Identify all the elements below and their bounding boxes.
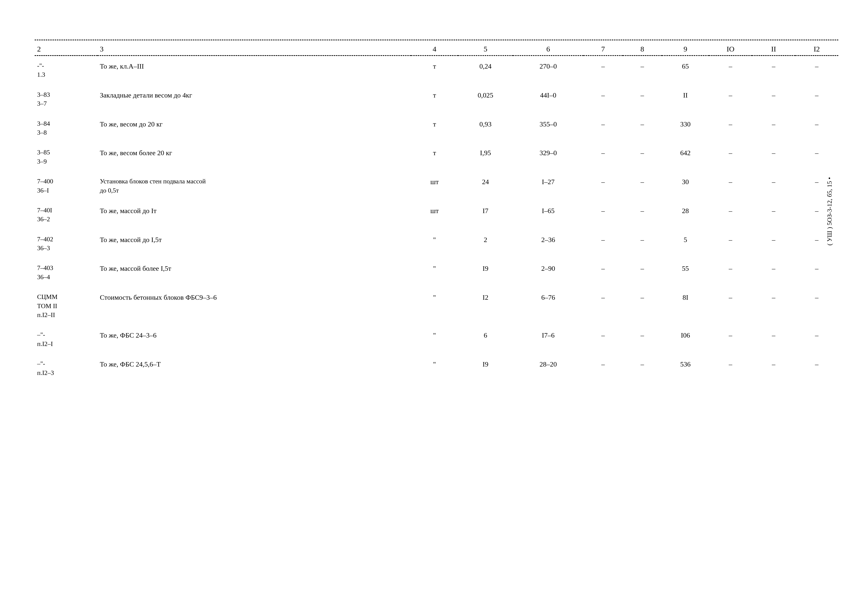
cell-col5-row10: I9 xyxy=(458,354,513,383)
cell-col8-row4: – xyxy=(623,172,662,200)
cell-col6-row7: 2–90 xyxy=(513,258,583,287)
cell-col2-row6: 7–402 36–3 xyxy=(35,229,98,258)
cell-col7-row6: – xyxy=(583,229,623,258)
cell-col4-row4: шт xyxy=(411,172,458,200)
cell-col10-row5: – xyxy=(709,200,752,229)
table-row: 3–84 3–8То же, весом до 20 кгт0,93355–0–… xyxy=(35,114,838,143)
cell-col3-row0: То же, кл.А–III xyxy=(98,56,411,85)
cell-col4-row6: " xyxy=(411,229,458,258)
cell-col2-row10: –"- п.I2–3 xyxy=(35,354,98,383)
cell-col11-row1: – xyxy=(752,85,795,114)
cell-col3-row5: То же, массой до Iт xyxy=(98,200,411,229)
cell-col6-row3: 329–0 xyxy=(513,143,583,172)
cell-col10-row8: – xyxy=(709,287,752,325)
cell-col9-row10: 536 xyxy=(662,354,709,383)
cell-col2-row4: 7–400 36–I xyxy=(35,172,98,200)
cell-col6-row10: 28–20 xyxy=(513,354,583,383)
cell-col7-row4: – xyxy=(583,172,623,200)
cell-col4-row7: " xyxy=(411,258,458,287)
cell-col10-row9: – xyxy=(709,325,752,354)
cell-col6-row1: 44I–0 xyxy=(513,85,583,114)
cell-col11-row8: – xyxy=(752,287,795,325)
cell-col7-row7: – xyxy=(583,258,623,287)
header-col2: 2 xyxy=(35,40,98,56)
cell-col11-row2: – xyxy=(752,114,795,143)
main-table: 2 3 4 5 6 7 8 9 IO II I2 -"- 1.3То же, к… xyxy=(35,40,838,383)
cell-col5-row5: I7 xyxy=(458,200,513,229)
header-col11: II xyxy=(752,40,795,56)
table-row: 7–40I 36–2То же, массой до IтштI7I–65––2… xyxy=(35,200,838,229)
cell-col10-row7: – xyxy=(709,258,752,287)
header-col8: 8 xyxy=(623,40,662,56)
cell-col6-row4: I–27 xyxy=(513,172,583,200)
cell-col9-row9: I06 xyxy=(662,325,709,354)
cell-col2-row7: 7–403 36–4 xyxy=(35,258,98,287)
cell-col8-row1: – xyxy=(623,85,662,114)
cell-col9-row4: 30 xyxy=(662,172,709,200)
cell-col5-row2: 0,93 xyxy=(458,114,513,143)
cell-col4-row9: " xyxy=(411,325,458,354)
cell-col4-row0: т xyxy=(411,56,458,85)
cell-col2-row0: -"- 1.3 xyxy=(35,56,98,85)
cell-col9-row0: 65 xyxy=(662,56,709,85)
cell-col4-row10: " xyxy=(411,354,458,383)
cell-col2-row8: СЦММ ТОМ II п.I2–II xyxy=(35,287,98,325)
cell-col7-row5: – xyxy=(583,200,623,229)
cell-col8-row9: – xyxy=(623,325,662,354)
cell-col7-row2: – xyxy=(583,114,623,143)
cell-col3-row1: Закладные детали весом до 4кг xyxy=(98,85,411,114)
cell-col8-row7: – xyxy=(623,258,662,287)
cell-col5-row8: I2 xyxy=(458,287,513,325)
cell-col9-row1: II xyxy=(662,85,709,114)
cell-col11-row10: – xyxy=(752,354,795,383)
cell-col10-row1: – xyxy=(709,85,752,114)
header-col10: IO xyxy=(709,40,752,56)
cell-col7-row10: – xyxy=(583,354,623,383)
cell-col5-row7: I9 xyxy=(458,258,513,287)
header-col9: 9 xyxy=(662,40,709,56)
table-row: 3–85 3–9То же, весом более 20 кгтI,95329… xyxy=(35,143,838,172)
cell-col8-row5: – xyxy=(623,200,662,229)
cell-col3-row8: Стоимость бетонных блоков ФБС9–3–6 xyxy=(98,287,411,325)
cell-col8-row2: – xyxy=(623,114,662,143)
cell-col6-row6: 2–36 xyxy=(513,229,583,258)
cell-col2-row2: 3–84 3–8 xyxy=(35,114,98,143)
cell-col6-row0: 270–0 xyxy=(513,56,583,85)
cell-col10-row10: – xyxy=(709,354,752,383)
cell-col11-row6: – xyxy=(752,229,795,258)
cell-col5-row9: 6 xyxy=(458,325,513,354)
cell-col8-row10: – xyxy=(623,354,662,383)
header-col5: 5 xyxy=(458,40,513,56)
table-body: -"- 1.3То же, кл.А–IIIт0,24270–0––65–––3… xyxy=(35,56,838,383)
cell-col11-row4: – xyxy=(752,172,795,200)
cell-col10-row0: – xyxy=(709,56,752,85)
cell-col5-row4: 24 xyxy=(458,172,513,200)
cell-col8-row8: – xyxy=(623,287,662,325)
cell-col3-row7: То же, массой более I,5т xyxy=(98,258,411,287)
cell-col3-row6: То же, массой до I,5т xyxy=(98,229,411,258)
cell-col9-row6: 5 xyxy=(662,229,709,258)
cell-col12-row0: – xyxy=(795,56,838,85)
cell-col11-row3: – xyxy=(752,143,795,172)
cell-col8-row0: – xyxy=(623,56,662,85)
cell-col4-row8: " xyxy=(411,287,458,325)
side-label: ( УШ ) 5ОЗ-3-12, б5, 15 • xyxy=(826,89,833,333)
cell-col3-row2: То же, весом до 20 кг xyxy=(98,114,411,143)
cell-col5-row0: 0,24 xyxy=(458,56,513,85)
cell-col2-row5: 7–40I 36–2 xyxy=(35,200,98,229)
cell-col6-row5: I–65 xyxy=(513,200,583,229)
header-col7: 7 xyxy=(583,40,623,56)
cell-col6-row2: 355–0 xyxy=(513,114,583,143)
cell-col11-row9: – xyxy=(752,325,795,354)
cell-col2-row1: 3–83 3–7 xyxy=(35,85,98,114)
cell-col3-row10: То же, ФБС 24,5,6–Т xyxy=(98,354,411,383)
cell-col9-row5: 28 xyxy=(662,200,709,229)
cell-col5-row6: 2 xyxy=(458,229,513,258)
cell-col3-row3: То же, весом более 20 кг xyxy=(98,143,411,172)
cell-col11-row7: – xyxy=(752,258,795,287)
cell-col11-row5: – xyxy=(752,200,795,229)
cell-col9-row8: 8I xyxy=(662,287,709,325)
cell-col6-row8: 6–76 xyxy=(513,287,583,325)
table-row: СЦММ ТОМ II п.I2–IIСтоимость бетонных бл… xyxy=(35,287,838,325)
cell-col2-row3: 3–85 3–9 xyxy=(35,143,98,172)
